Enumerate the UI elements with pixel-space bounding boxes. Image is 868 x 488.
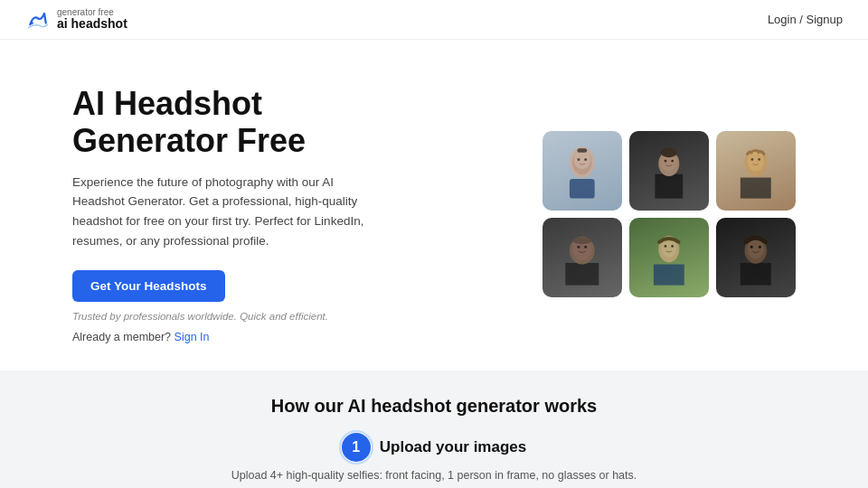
svg-point-28 xyxy=(665,245,667,248)
svg-point-29 xyxy=(671,245,674,248)
sign-in-link[interactable]: Sign In xyxy=(175,331,210,343)
member-text: Already a member? Sign In xyxy=(72,331,371,343)
headshot-grid xyxy=(542,131,796,297)
svg-rect-14 xyxy=(741,178,771,199)
svg-point-16 xyxy=(748,151,764,172)
login-signup-link[interactable]: Login / Signup xyxy=(768,13,843,26)
svg-rect-19 xyxy=(566,263,599,286)
svg-point-4 xyxy=(574,150,590,170)
svg-rect-30 xyxy=(741,263,771,286)
trust-text: Trusted by professionals worldwide. Quic… xyxy=(72,311,371,322)
headshot-3 xyxy=(716,131,796,211)
svg-point-32 xyxy=(748,239,764,259)
svg-point-6 xyxy=(578,158,580,161)
svg-point-33 xyxy=(750,246,753,249)
step-label: Upload your images xyxy=(380,438,526,456)
how-title: How our AI headshot generator works xyxy=(25,396,843,417)
headshot-4 xyxy=(542,218,622,297)
cta-button[interactable]: Get Your Headshots xyxy=(72,270,225,302)
headshot-5 xyxy=(629,218,709,297)
hero-description: Experience the future of photography wit… xyxy=(72,173,371,250)
how-section: How our AI headshot generator works 1 Up… xyxy=(0,371,868,488)
svg-point-7 xyxy=(584,158,587,161)
svg-rect-5 xyxy=(578,148,588,153)
headshot-2 xyxy=(629,131,709,211)
logo-name: ai headshot xyxy=(57,16,127,32)
svg-point-0 xyxy=(30,21,33,24)
svg-point-13 xyxy=(671,160,674,163)
svg-rect-25 xyxy=(654,265,684,286)
logo-icon xyxy=(25,7,51,33)
hero-section: AI Headshot Generator Free Experience th… xyxy=(0,40,868,371)
svg-point-18 xyxy=(758,158,760,161)
hero-title: AI Headshot Generator Free xyxy=(72,85,371,160)
step-number: 1 xyxy=(342,433,371,462)
svg-point-12 xyxy=(665,160,667,163)
svg-point-11 xyxy=(661,148,677,158)
svg-point-24 xyxy=(572,238,592,245)
logo-text: generator free ai headshot xyxy=(57,7,127,32)
svg-point-23 xyxy=(584,246,587,249)
headshot-1 xyxy=(542,131,622,211)
svg-point-34 xyxy=(759,246,761,249)
step-header: 1 Upload your images xyxy=(25,433,843,462)
step-description: Upload 4+ high-quality selfies: front fa… xyxy=(25,469,843,482)
svg-rect-8 xyxy=(656,174,684,199)
logo[interactable]: generator free ai headshot xyxy=(25,7,127,33)
hero-left: AI Headshot Generator Free Experience th… xyxy=(72,85,371,343)
svg-rect-3 xyxy=(570,179,595,199)
headshot-6 xyxy=(716,218,796,297)
svg-point-22 xyxy=(578,246,580,249)
svg-point-17 xyxy=(751,158,754,161)
